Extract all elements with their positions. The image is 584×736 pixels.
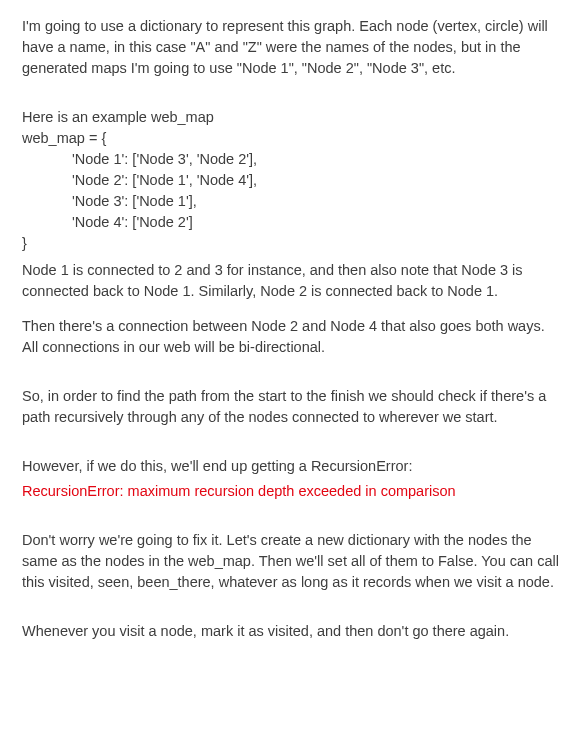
code-line-6: } <box>22 233 562 254</box>
example-heading: Here is an example web_map <box>22 107 562 128</box>
paragraph-intro: I'm going to use a dictionary to represe… <box>22 16 562 79</box>
paragraph-explain-3: So, in order to find the path from the s… <box>22 386 562 428</box>
document-body: I'm going to use a dictionary to represe… <box>0 0 584 684</box>
paragraph-explain-5: Don't worry we're going to fix it. Let's… <box>22 530 562 593</box>
code-line-2: 'Node 1': ['Node 3', 'Node 2'], <box>22 149 562 170</box>
paragraph-explain-1: Node 1 is connected to 2 and 3 for insta… <box>22 260 562 302</box>
error-message: RecursionError: maximum recursion depth … <box>22 481 562 502</box>
paragraph-explain-6: Whenever you visit a node, mark it as vi… <box>22 621 562 642</box>
paragraph-explain-4: However, if we do this, we'll end up get… <box>22 456 562 477</box>
code-line-4: 'Node 3': ['Node 1'], <box>22 191 562 212</box>
code-line-5: 'Node 4': ['Node 2'] <box>22 212 562 233</box>
code-line-1: web_map = { <box>22 128 562 149</box>
code-line-3: 'Node 2': ['Node 1', 'Node 4'], <box>22 170 562 191</box>
paragraph-explain-2: Then there's a connection between Node 2… <box>22 316 562 358</box>
